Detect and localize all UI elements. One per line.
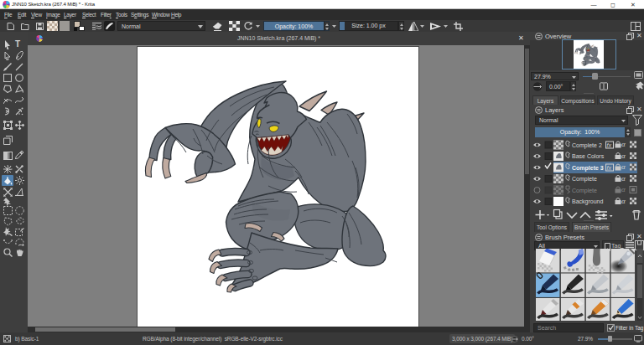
- svg-text:Complete: Complete: [572, 176, 597, 183]
- svg-text:Complete 2: Complete 2: [572, 142, 602, 149]
- svg-text:Complete 3: Complete 3: [572, 165, 604, 172]
- svg-text:Background: Background: [572, 198, 603, 205]
- svg-text:Base Colors: Base Colors: [572, 153, 605, 159]
- svg-text:Complete: Complete: [572, 188, 597, 194]
